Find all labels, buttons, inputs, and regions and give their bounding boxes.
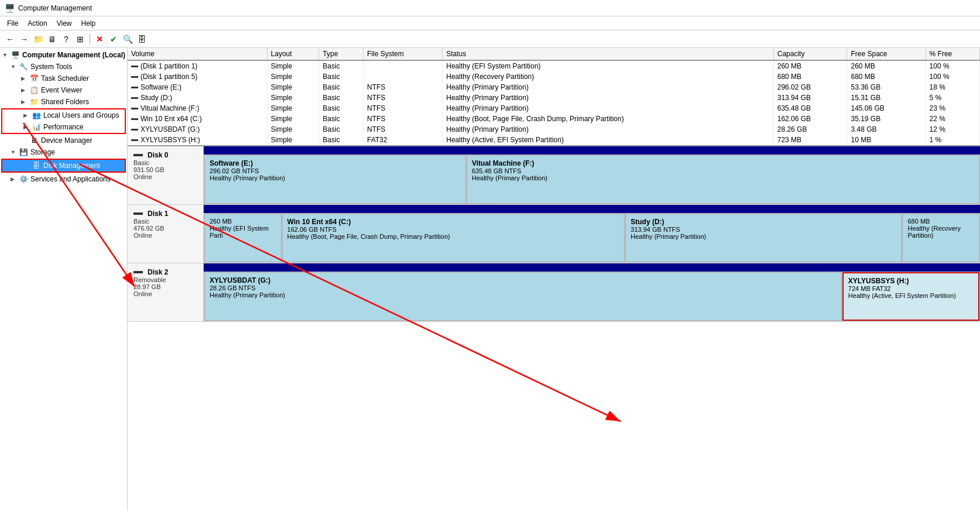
sidebar-item-services[interactable]: ▶ ⚙️ Services and Applications <box>0 173 127 185</box>
col-capacity: Capacity <box>773 48 847 60</box>
sidebar-item-disk-management[interactable]: ▶ 🗄 Disk Management <box>2 160 125 172</box>
cell-capacity: 723 MB <box>773 135 847 145</box>
menu-action[interactable]: Action <box>23 18 52 29</box>
disk-management-label: Disk Management <box>43 162 100 170</box>
sidebar-item-local-users[interactable]: ▶ 👥 Local Users and Groups <box>2 109 125 121</box>
part-status: Healthy (Primary Partition) <box>631 233 896 240</box>
up-button[interactable]: 📁 <box>32 33 44 46</box>
partition-block-d1p1[interactable]: 260 MB Healthy (EFI System Parti <box>204 214 282 262</box>
table-row[interactable]: Vitual Machine (F:) Simple Basic NTFS He… <box>128 103 980 114</box>
menu-help[interactable]: Help <box>77 18 101 29</box>
forward-button[interactable]: → <box>18 33 30 46</box>
show-hide-button[interactable]: 🖥 <box>46 33 59 46</box>
back-button[interactable]: ← <box>4 33 16 46</box>
cell-freespace: 3.48 GB <box>847 124 926 135</box>
part-size: 28.26 GB NTFS <box>210 284 837 291</box>
cell-status: Healthy (Recovery Partition) <box>443 71 774 82</box>
table-row[interactable]: (Disk 1 partition 5) Simple Basic Health… <box>128 71 980 82</box>
sidebar: ▼ 🖥️ Computer Management (Local) ▼ 🔧 Sys… <box>0 48 128 511</box>
disk-icon: Disk 2 <box>133 268 197 276</box>
main-layout: ▼ 🖥️ Computer Management (Local) ▼ 🔧 Sys… <box>0 48 980 511</box>
partition-block-d0p1[interactable]: Software (E:) 296.02 GB NTFS Healthy (Pr… <box>204 155 466 204</box>
table-row[interactable]: XYLYUSBDAT (G:) Simple Basic NTFS Health… <box>128 124 980 135</box>
disk-icon: Disk 1 <box>133 210 197 218</box>
part-name: Win 10 Ent x64 (C:) <box>287 218 620 226</box>
cell-type: Basic <box>319 60 364 71</box>
shared-folders-icon: 📁 <box>29 97 39 107</box>
part-status: Healthy (EFI System Parti <box>210 225 276 239</box>
sidebar-item-shared-folders[interactable]: ▶ 📁 Shared Folders <box>0 96 127 108</box>
table-row[interactable]: Win 10 Ent x64 (C:) Simple Basic NTFS He… <box>128 114 980 124</box>
cell-capacity: 162.06 GB <box>773 114 847 124</box>
content-area: Volume Layout Type File System Status Ca… <box>128 48 980 511</box>
cell-type: Basic <box>319 114 364 124</box>
cell-status: Healthy (Primary Partition) <box>443 103 774 114</box>
sidebar-item-performance[interactable]: ▶ 📊 Performance <box>2 121 125 133</box>
properties-button[interactable]: 🗄 <box>135 33 148 46</box>
table-row[interactable]: (Disk 1 partition 1) Simple Basic Health… <box>128 60 980 71</box>
part-status: Healthy (Primary Partition) <box>210 291 837 299</box>
cell-freespace: 35.19 GB <box>847 114 926 124</box>
disk-bar-disk1 <box>204 205 980 213</box>
cell-fs: NTFS <box>363 82 442 92</box>
performance-icon: 📊 <box>32 122 41 132</box>
services-icon: ⚙️ <box>19 174 28 184</box>
cell-capacity: 260 MB <box>773 60 847 71</box>
sidebar-root[interactable]: ▼ 🖥️ Computer Management (Local) <box>0 49 127 61</box>
cell-pctfree: 18 % <box>926 82 979 92</box>
table-row[interactable]: Software (E:) Simple Basic NTFS Healthy … <box>128 82 980 92</box>
disk-status: Online <box>133 232 197 239</box>
cell-type: Basic <box>319 124 364 135</box>
sidebar-item-device-manager[interactable]: ▶ 🖥 Device Manager <box>0 135 127 146</box>
title-bar-text: Computer Management <box>18 4 92 12</box>
partition-block-d2p2[interactable]: XYLYUSBSYS (H:) 724 MB FAT32 Healthy (Ac… <box>842 272 979 321</box>
window-button[interactable]: ⊞ <box>74 33 87 46</box>
part-status: Healthy (Boot, Page File, Crash Dump, Pr… <box>287 233 620 240</box>
partition-block-d2p1[interactable]: XYLYUSBDAT (G:) 28.26 GB NTFS Healthy (P… <box>204 272 842 321</box>
cell-layout: Simple <box>267 60 319 71</box>
cell-type: Basic <box>319 92 364 103</box>
partition-block-d0p2[interactable]: Vitual Machine (F:) 635.48 GB NTFS Healt… <box>467 155 979 204</box>
cell-layout: Simple <box>267 71 319 82</box>
disk-type: Basic <box>133 218 197 225</box>
ok-button[interactable]: ✔ <box>107 33 120 46</box>
search-button[interactable]: 🔍 <box>121 33 134 46</box>
menu-file[interactable]: File <box>2 18 23 29</box>
cell-status: Healthy (Active, EFI System Partition) <box>443 135 774 145</box>
cell-capacity: 28.26 GB <box>773 124 847 135</box>
sidebar-item-system-tools[interactable]: ▼ 🔧 System Tools <box>0 61 127 73</box>
part-size: 724 MB FAT32 <box>848 285 974 292</box>
cell-freespace: 145.06 GB <box>847 103 926 114</box>
part-status: Healthy (Recovery Partition) <box>907 225 974 239</box>
system-tools-label: System Tools <box>30 63 72 71</box>
disk-parts-row-disk2: XYLYUSBDAT (G:) 28.26 GB NTFS Healthy (P… <box>204 272 980 321</box>
title-bar: 🖥️ Computer Management <box>0 0 980 16</box>
menu-view[interactable]: View <box>52 18 77 29</box>
sidebar-item-task-scheduler[interactable]: ▶ 📅 Task Scheduler <box>0 73 127 84</box>
table-row[interactable]: Study (D:) Simple Basic NTFS Healthy (Pr… <box>128 92 980 103</box>
cell-layout: Simple <box>267 82 319 92</box>
col-layout: Layout <box>267 48 319 60</box>
cell-status: Healthy (EFI System Partition) <box>443 60 774 71</box>
part-size: 313.94 GB NTFS <box>631 226 896 233</box>
delete-button[interactable]: ✕ <box>93 33 106 46</box>
disk-parts-row-disk1: 260 MB Healthy (EFI System Parti Win 10 … <box>204 213 980 263</box>
help-button[interactable]: ? <box>60 33 73 46</box>
partition-block-d1p4[interactable]: 680 MB Healthy (Recovery Partition) <box>902 214 979 262</box>
sidebar-item-storage[interactable]: ▼ 💾 Storage <box>0 146 127 158</box>
disk-row-disk2: Disk 2 Removable 28.97 GB Online XYLYUSB… <box>128 263 980 322</box>
part-status: Healthy (Primary Partition) <box>472 174 974 181</box>
col-freespace: Free Space <box>847 48 926 60</box>
disk-view: Disk 0 Basic 931.50 GB Online Software (… <box>128 146 980 511</box>
cell-pctfree: 100 % <box>926 60 979 71</box>
part-name: XYLYUSBDAT (G:) <box>210 276 837 284</box>
task-scheduler-icon: 📅 <box>29 74 39 83</box>
partition-block-d1p2[interactable]: Win 10 Ent x64 (C:) 162.06 GB NTFS Healt… <box>282 214 625 262</box>
cell-layout: Simple <box>267 114 319 124</box>
partition-block-d1p3[interactable]: Study (D:) 313.94 GB NTFS Healthy (Prima… <box>625 214 902 262</box>
cell-pctfree: 12 % <box>926 124 979 135</box>
menu-bar: File Action View Help <box>0 16 980 30</box>
cell-freespace: 10 MB <box>847 135 926 145</box>
table-row[interactable]: XYLYUSBSYS (H:) Simple Basic FAT32 Healt… <box>128 135 980 145</box>
sidebar-item-event-viewer[interactable]: ▶ 📋 Event Viewer <box>0 84 127 96</box>
